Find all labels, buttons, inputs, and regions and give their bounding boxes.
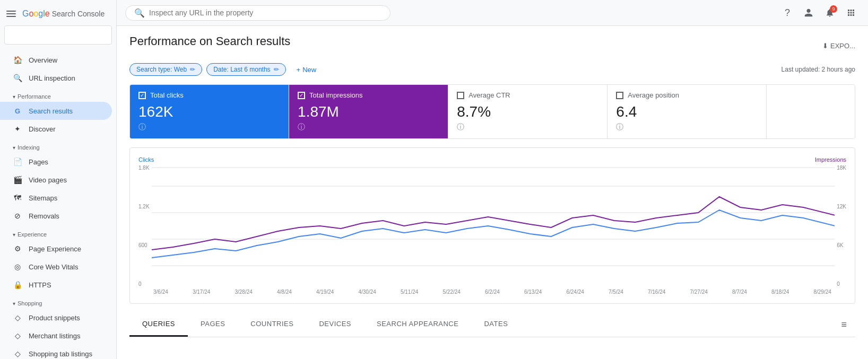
export-button[interactable]: ⬇ EXPO... [822, 42, 855, 50]
discover-icon: ✦ [13, 124, 22, 134]
metric-cards: Total clicks 162K ⓘ Total impressions 1.… [129, 84, 855, 139]
search-icon: 🔍 [134, 8, 145, 18]
sidebar-item-removals-label: Removals [29, 212, 59, 220]
nav-section-shopping: ▾ Shopping ◇ Product snippets ◇ Merchant… [0, 296, 116, 359]
property-selector[interactable] [4, 25, 112, 45]
sidebar-item-overview[interactable]: 🏠 Overview [0, 51, 112, 69]
help-icon[interactable]: ? [779, 4, 796, 21]
main-content: 🔍 ? 9 Performance on Search results ⬇ EX… [117, 0, 868, 359]
sidebar-item-pages[interactable]: 📄 Pages [0, 153, 112, 171]
app-subtitle: Search Console [52, 10, 105, 18]
video-icon: 🎬 [13, 175, 22, 185]
total-impressions-card[interactable]: Total impressions 1.87M ⓘ [289, 85, 448, 138]
filter-icon[interactable]: ≡ [841, 319, 847, 330]
search-bar[interactable]: 🔍 [125, 5, 390, 21]
sidebar-item-shopping-tab[interactable]: ◇ Shopping tab listings [0, 345, 112, 359]
average-ctr-label: Average CTR [468, 91, 510, 99]
tab-dates[interactable]: DATES [471, 312, 520, 337]
sidebar-item-search-results[interactable]: G Search results [0, 102, 112, 120]
sidebar-item-video-pages[interactable]: 🎬 Video pages [0, 171, 112, 189]
search-type-label: Search type: Web [136, 66, 187, 73]
sidebar-item-https-label: HTTPS [29, 281, 51, 289]
shopping-tab-icon: ◇ [13, 349, 22, 358]
sidebar-item-page-exp-label: Page Experience [29, 245, 81, 253]
sidebar-item-cwv-label: Core Web Vitals [29, 263, 78, 271]
sidebar-item-discover[interactable]: ✦ Discover [0, 120, 112, 138]
search-icon: 🔍 [13, 73, 22, 83]
sidebar-item-sitemaps[interactable]: 🗺 Sitemaps [0, 189, 112, 207]
merchant-icon: ◇ [13, 331, 22, 340]
date-label: Date: Last 6 months [213, 66, 270, 73]
sidebar-item-removals[interactable]: ⊘ Removals [0, 207, 112, 225]
chart-impressions-label: Impressions [815, 156, 846, 163]
sidebar-item-sitemaps-label: Sitemaps [29, 194, 57, 202]
cwv-icon: ◎ [13, 262, 22, 272]
average-position-info-icon[interactable]: ⓘ [616, 122, 623, 132]
chart-area: Clicks Impressions 0 600 1.2K 1.8K [129, 147, 855, 304]
google-icon: G [13, 106, 22, 116]
sidebar-item-pages-label: Pages [29, 158, 48, 166]
date-filter[interactable]: Date: Last 6 months ✏ [206, 63, 285, 76]
sidebar-item-overview-label: Overview [29, 56, 57, 64]
sidebar-header: Google Search Console [0, 4, 116, 25]
plus-icon: + [297, 66, 301, 74]
total-clicks-checkbox[interactable] [138, 92, 146, 99]
sidebar-item-merchant-label: Merchant listings [29, 332, 81, 340]
total-clicks-card[interactable]: Total clicks 162K ⓘ [130, 85, 289, 138]
nav-section-indexing: ▾ Indexing 📄 Pages 🎬 Video pages 🗺 Sitem… [0, 140, 116, 225]
total-clicks-value: 162K [138, 103, 280, 120]
sidebar-item-video-label: Video pages [29, 176, 67, 184]
topbar: 🔍 ? 9 [117, 0, 868, 26]
accounts-icon[interactable] [800, 4, 817, 21]
tab-pages[interactable]: PAGES [188, 312, 238, 337]
sidebar-item-product-snippets[interactable]: ◇ Product snippets [0, 309, 112, 327]
tab-countries[interactable]: COUNTRIES [238, 312, 306, 337]
nav-section-performance: ▾ Performance G Search results ✦ Discove… [0, 89, 116, 138]
sidebar: Google Search Console 🏠 Overview 🔍 URL i… [0, 0, 117, 359]
average-ctr-checkbox[interactable] [457, 92, 464, 99]
sidebar-item-product-snippets-label: Product snippets [29, 314, 80, 322]
average-position-checkbox[interactable] [616, 92, 623, 99]
sidebar-item-merchant-listings[interactable]: ◇ Merchant listings [0, 327, 112, 345]
metric-card-empty [767, 85, 855, 138]
sidebar-item-core-web-vitals[interactable]: ◎ Core Web Vitals [0, 258, 112, 276]
https-icon: 🔒 [13, 280, 22, 290]
tab-queries[interactable]: QUERIES [129, 312, 188, 337]
sidebar-item-page-experience[interactable]: ⚙ Page Experience [0, 240, 112, 258]
total-impressions-info-icon[interactable]: ⓘ [298, 122, 305, 132]
average-ctr-info-icon[interactable]: ⓘ [457, 122, 464, 132]
tab-devices[interactable]: DEVICES [306, 312, 364, 337]
sidebar-item-url-label: URL inspection [29, 74, 75, 82]
average-position-card[interactable]: Average position 6.4 ⓘ [607, 85, 767, 138]
new-filter-button[interactable]: + New [290, 64, 323, 76]
last-updated: Last updated: 2 hours ago [782, 66, 855, 73]
pages-icon: 📄 [13, 157, 22, 167]
sidebar-item-shopping-tab-label: Shopping tab listings [29, 350, 92, 358]
performance-chart[interactable] [152, 165, 835, 287]
performance-label: ▾ Performance [0, 89, 116, 102]
edit-date-icon: ✏ [274, 66, 279, 73]
sidebar-item-url-inspection[interactable]: 🔍 URL inspection [0, 69, 112, 87]
tab-search-appearance[interactable]: SEARCH APPEARANCE [364, 312, 471, 337]
grid-icon[interactable] [843, 4, 860, 21]
tabs: QUERIES PAGES COUNTRIES DEVICES SEARCH A… [129, 312, 855, 337]
y-axis-right: 0 6K 12K 18K [835, 165, 846, 287]
total-impressions-checkbox[interactable] [298, 92, 305, 99]
average-ctr-card[interactable]: Average CTR 8.7% ⓘ [448, 85, 607, 138]
new-label: New [302, 66, 316, 74]
removals-icon: ⊘ [13, 211, 22, 221]
nav-section-main: 🏠 Overview 🔍 URL inspection [0, 51, 116, 87]
search-input[interactable] [149, 8, 381, 17]
total-clicks-info-icon[interactable]: ⓘ [138, 122, 146, 132]
hamburger-icon[interactable] [4, 8, 18, 19]
sidebar-item-search-results-label: Search results [29, 107, 73, 115]
page-title: Performance on Search results [129, 34, 290, 48]
product-snippets-icon: ◇ [13, 313, 22, 322]
total-impressions-value: 1.87M [298, 103, 439, 120]
search-type-filter[interactable]: Search type: Web ✏ [129, 63, 202, 76]
notifications-icon[interactable]: 9 [821, 4, 838, 21]
content-area: Performance on Search results ⬇ EXPO... … [117, 26, 868, 359]
shopping-label: ▾ Shopping [0, 296, 116, 309]
total-impressions-label: Total impressions [309, 91, 362, 99]
sidebar-item-https[interactable]: 🔒 HTTPS [0, 276, 112, 294]
